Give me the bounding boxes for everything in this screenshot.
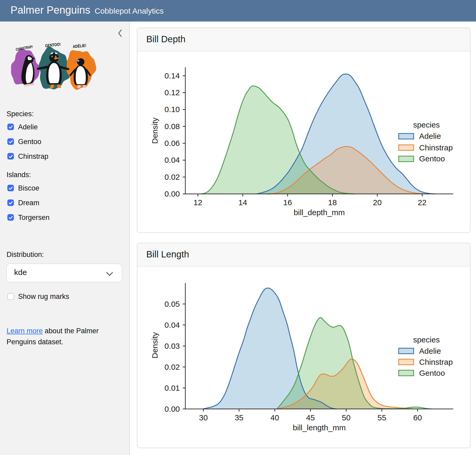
svg-text:18: 18 xyxy=(328,198,337,207)
svg-text:0.06: 0.06 xyxy=(165,139,180,147)
svg-text:20: 20 xyxy=(373,198,382,207)
svg-text:0.04: 0.04 xyxy=(165,156,180,164)
svg-text:0.02: 0.02 xyxy=(165,363,180,371)
svg-text:45: 45 xyxy=(306,413,315,422)
svg-text:Density: Density xyxy=(150,118,159,144)
svg-text:species: species xyxy=(413,335,440,344)
svg-text:0.01: 0.01 xyxy=(165,384,180,392)
svg-text:30: 30 xyxy=(199,413,208,422)
svg-text:Gentoo: Gentoo xyxy=(419,369,445,377)
svg-text:0.05: 0.05 xyxy=(165,300,180,308)
svg-text:Density: Density xyxy=(150,332,159,358)
svg-text:16: 16 xyxy=(283,198,292,207)
svg-text:0.08: 0.08 xyxy=(165,122,180,131)
svg-text:60: 60 xyxy=(413,413,422,422)
svg-text:Adelie: Adelie xyxy=(419,132,441,140)
svg-text:12: 12 xyxy=(193,198,202,207)
svg-text:ADÉLIE!: ADÉLIE! xyxy=(73,43,86,49)
svg-text:35: 35 xyxy=(235,413,243,422)
svg-text:14: 14 xyxy=(238,198,247,207)
svg-text:0.14: 0.14 xyxy=(165,71,180,80)
svg-text:0.03: 0.03 xyxy=(165,342,180,350)
svg-text:bill_depth_mm: bill_depth_mm xyxy=(294,208,345,217)
svg-text:Chinstrap: Chinstrap xyxy=(419,358,453,366)
svg-text:0.00: 0.00 xyxy=(165,189,180,198)
svg-text:Gentoo: Gentoo xyxy=(419,154,445,163)
svg-text:40: 40 xyxy=(271,413,279,422)
svg-text:0.04: 0.04 xyxy=(165,321,180,329)
svg-text:22: 22 xyxy=(418,198,426,207)
svg-text:GENTOO!: GENTOO! xyxy=(45,42,61,48)
svg-text:species: species xyxy=(413,120,440,129)
svg-text:bill_length_mm: bill_length_mm xyxy=(293,423,346,432)
svg-text:0.10: 0.10 xyxy=(165,105,180,114)
svg-text:50: 50 xyxy=(342,413,350,422)
svg-text:Chinstrap: Chinstrap xyxy=(419,143,453,152)
svg-text:Adelie: Adelie xyxy=(419,347,441,355)
svg-text:0.00: 0.00 xyxy=(165,405,180,413)
svg-text:0.02: 0.02 xyxy=(165,173,180,181)
svg-text:55: 55 xyxy=(377,413,386,422)
svg-text:0.12: 0.12 xyxy=(165,88,180,97)
